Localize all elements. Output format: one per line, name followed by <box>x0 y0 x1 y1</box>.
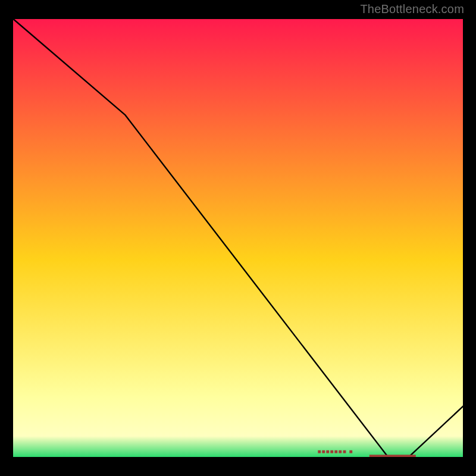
chart-svg <box>0 0 476 476</box>
baseline-marker <box>369 455 416 457</box>
baseline-label: ■■■■■■■ ■ <box>317 448 353 455</box>
chart-stage: TheBottleneck.com ■■■■■■■ ■ <box>0 0 476 476</box>
watermark-text: TheBottleneck.com <box>360 2 464 16</box>
plot-background <box>12 18 464 458</box>
